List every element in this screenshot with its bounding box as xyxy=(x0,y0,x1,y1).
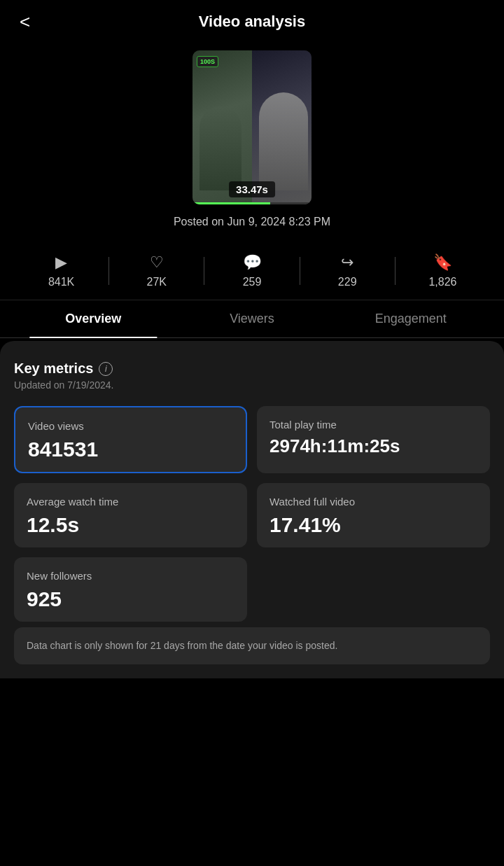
metric-value-watched-full: 17.41% xyxy=(270,513,477,536)
badge-100s: 100S xyxy=(197,56,218,67)
stat-likes: ♡ 27K xyxy=(109,253,204,288)
header: < Video analysis xyxy=(0,0,504,43)
stats-row: ▶ 841K ♡ 27K 💬 259 ↪ 229 🔖 1,826 xyxy=(0,242,504,300)
metrics-grid: Video views 841531 Total play time 2974h… xyxy=(14,406,490,547)
stat-likes-value: 27K xyxy=(147,276,167,288)
key-metrics-title: Key metrics xyxy=(14,361,93,377)
tab-engagement[interactable]: Engagement xyxy=(331,300,490,337)
metric-card-new-followers: New followers 925 xyxy=(14,557,247,622)
metric-label-new-followers: New followers xyxy=(27,570,234,582)
metric-card-avg-watch-time: Average watch time 12.5s xyxy=(14,483,247,547)
metric-label-watched-full: Watched full video xyxy=(270,496,477,508)
notice-box: Data chart is only shown for 21 days fro… xyxy=(14,627,490,664)
metric-card-video-views: Video views 841531 xyxy=(14,406,247,473)
metric-card-watched-full: Watched full video 17.41% xyxy=(257,483,490,547)
back-button[interactable]: < xyxy=(14,8,36,36)
bookmark-icon: 🔖 xyxy=(433,253,452,272)
page-title: Video analysis xyxy=(199,13,305,31)
info-icon[interactable]: i xyxy=(99,362,113,376)
heart-icon: ♡ xyxy=(150,253,164,272)
share-icon: ↪ xyxy=(341,253,354,272)
metric-value-total-play-time: 2974h:11m:25s xyxy=(270,436,477,456)
comment-icon: 💬 xyxy=(243,253,262,272)
video-thumbnail[interactable]: 100S 33.47s xyxy=(192,50,312,204)
metric-label-total-play-time: Total play time xyxy=(270,419,477,431)
stat-shares: ↪ 229 xyxy=(300,253,395,288)
metric-value-avg-watch-time: 12.5s xyxy=(27,513,234,536)
content-area: Key metrics i Updated on 7/19/2024. Vide… xyxy=(0,341,504,678)
tab-viewers[interactable]: Viewers xyxy=(173,300,332,337)
stat-plays-value: 841K xyxy=(48,276,74,288)
tabs: Overview Viewers Engagement xyxy=(0,300,504,338)
stat-bookmarks: 🔖 1,826 xyxy=(396,253,490,288)
metric-value-video-views: 841531 xyxy=(28,438,233,461)
updated-text: Updated on 7/19/2024. xyxy=(14,379,490,391)
play-icon: ▶ xyxy=(55,253,67,272)
tab-overview[interactable]: Overview xyxy=(14,300,173,337)
stat-comments-value: 259 xyxy=(243,276,262,288)
stat-comments: 💬 259 xyxy=(204,253,299,288)
video-duration: 33.47s xyxy=(229,181,275,197)
stat-shares-value: 229 xyxy=(338,276,357,288)
notice-text: Data chart is only shown for 21 days fro… xyxy=(27,640,337,651)
posted-date: Posted on Jun 9, 2024 8:23 PM xyxy=(174,216,330,228)
metric-card-total-play-time: Total play time 2974h:11m:25s xyxy=(257,406,490,473)
metric-value-new-followers: 925 xyxy=(27,587,234,610)
stat-plays: ▶ 841K xyxy=(14,253,108,288)
key-metrics-header: Key metrics i xyxy=(14,361,490,377)
video-section: 100S 33.47s Posted on Jun 9, 2024 8:23 P… xyxy=(0,43,504,242)
stat-bookmarks-value: 1,826 xyxy=(428,276,456,288)
metric-label-avg-watch-time: Average watch time xyxy=(27,496,234,508)
metric-label-video-views: Video views xyxy=(28,420,233,432)
